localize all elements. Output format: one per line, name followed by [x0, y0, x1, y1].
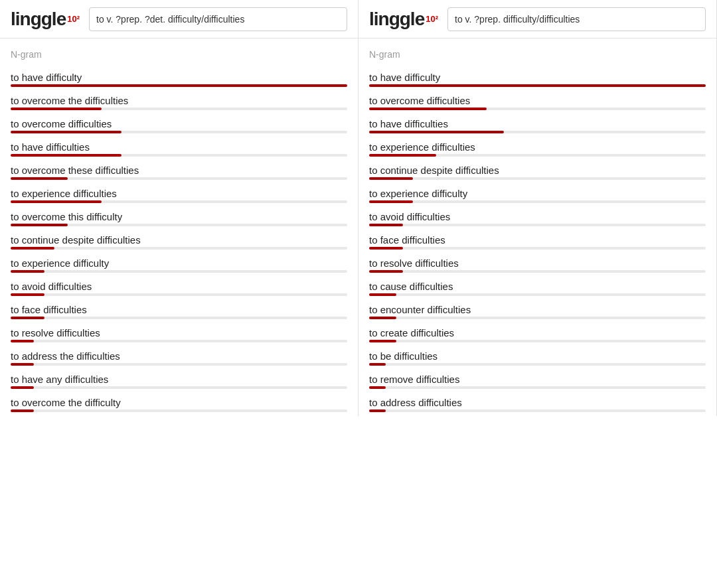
ngram-text: to have difficulty	[369, 68, 706, 84]
ngram-text: to overcome these difficulties	[11, 161, 347, 177]
list-item[interactable]: to continue despite difficulties	[369, 161, 706, 180]
bar-fill	[11, 200, 102, 203]
bar-container	[11, 108, 347, 110]
ngram-text: to overcome the difficulty	[11, 393, 347, 409]
bar-container	[369, 247, 706, 250]
bar-container	[369, 224, 706, 226]
list-item[interactable]: to experience difficulty	[11, 254, 347, 273]
list-item[interactable]: to overcome these difficulties	[11, 161, 347, 180]
bar-fill	[11, 363, 34, 366]
bar-fill	[369, 154, 436, 157]
bar-fill	[369, 293, 396, 296]
bar-fill	[11, 386, 34, 389]
left-content: N-gram to have difficulty to overcome th…	[0, 38, 358, 412]
ngram-text: to remove difficulties	[369, 370, 706, 386]
list-item[interactable]: to experience difficulty	[369, 184, 706, 203]
left-logo-super: 10²	[67, 14, 80, 24]
ngram-text: to have difficulties	[11, 137, 347, 154]
list-item[interactable]: to overcome difficulties	[11, 114, 347, 133]
left-search-input[interactable]	[89, 7, 347, 31]
list-item[interactable]: to resolve difficulties	[11, 323, 347, 342]
list-item[interactable]: to face difficulties	[369, 230, 706, 250]
bar-container	[369, 177, 706, 180]
list-item[interactable]: to have any difficulties	[11, 370, 347, 389]
bar-fill	[11, 317, 44, 319]
list-item[interactable]: to address the difficulties	[11, 346, 347, 366]
list-item[interactable]: to avoid difficulties	[369, 207, 706, 226]
right-panel: linggle10² N-gram to have difficulty to …	[358, 0, 717, 416]
bar-container	[11, 224, 347, 226]
ngram-text: to resolve difficulties	[369, 254, 706, 270]
list-item[interactable]: to avoid difficulties	[11, 277, 347, 296]
left-logo[interactable]: linggle10²	[11, 9, 80, 30]
ngram-text: to have any difficulties	[11, 370, 347, 386]
list-item[interactable]: to overcome difficulties	[369, 91, 706, 110]
ngram-text: to avoid difficulties	[11, 277, 347, 293]
ngram-text: to be difficulties	[369, 346, 706, 363]
left-ngram-list: to have difficulty to overcome the diffi…	[11, 68, 347, 412]
ngram-text: to create difficulties	[369, 323, 706, 340]
list-item[interactable]: to be difficulties	[369, 346, 706, 366]
ngram-text: to experience difficulty	[11, 254, 347, 270]
list-item[interactable]: to create difficulties	[369, 323, 706, 342]
list-item[interactable]: to have difficulties	[11, 137, 347, 157]
bar-container	[11, 247, 347, 250]
bar-fill	[11, 340, 34, 342]
right-content: N-gram to have difficulty to overcome di…	[358, 38, 716, 412]
list-item[interactable]: to overcome this difficulty	[11, 207, 347, 226]
ngram-text: to address difficulties	[369, 393, 706, 409]
list-item[interactable]: to experience difficulties	[11, 184, 347, 203]
list-item[interactable]: to have difficulty	[11, 68, 347, 87]
ngram-text: to overcome the difficulties	[11, 91, 347, 108]
list-item[interactable]: to have difficulties	[369, 114, 706, 133]
left-panel: linggle10² N-gram to have difficulty to …	[0, 0, 358, 416]
right-logo[interactable]: linggle10²	[369, 9, 438, 30]
bar-fill	[11, 247, 54, 250]
bar-container	[369, 363, 706, 366]
list-item[interactable]: to continue despite difficulties	[11, 230, 347, 250]
right-logo-text: linggle	[369, 9, 424, 30]
list-item[interactable]: to have difficulty	[369, 68, 706, 87]
bar-container	[11, 131, 347, 133]
left-logo-text: linggle	[11, 9, 66, 30]
bar-container	[11, 340, 347, 342]
left-ngram-label: N-gram	[11, 49, 347, 60]
list-item[interactable]: to cause difficulties	[369, 277, 706, 296]
ngram-text: to overcome difficulties	[11, 114, 347, 131]
right-ngram-list: to have difficulty to overcome difficult…	[369, 68, 706, 412]
bar-container	[11, 177, 347, 180]
bar-container	[369, 409, 706, 412]
ngram-text: to encounter difficulties	[369, 300, 706, 317]
bar-fill	[369, 363, 386, 366]
bar-fill	[369, 131, 504, 133]
bar-fill	[369, 247, 403, 250]
bar-fill	[11, 409, 34, 412]
list-item[interactable]: to overcome the difficulty	[11, 393, 347, 412]
ngram-text: to overcome difficulties	[369, 91, 706, 108]
bar-container	[11, 409, 347, 412]
list-item[interactable]: to remove difficulties	[369, 370, 706, 389]
list-item[interactable]: to encounter difficulties	[369, 300, 706, 319]
list-item[interactable]: to address difficulties	[369, 393, 706, 412]
bar-fill	[11, 224, 68, 226]
bar-fill	[11, 84, 347, 87]
bar-container	[369, 84, 706, 87]
bar-container	[369, 386, 706, 389]
right-search-input[interactable]	[447, 7, 706, 31]
list-item[interactable]: to experience difficulties	[369, 137, 706, 157]
bar-container	[369, 131, 706, 133]
ngram-text: to address the difficulties	[11, 346, 347, 363]
list-item[interactable]: to face difficulties	[11, 300, 347, 319]
bar-container	[11, 317, 347, 319]
list-item[interactable]: to overcome the difficulties	[11, 91, 347, 110]
ngram-text: to experience difficulties	[369, 137, 706, 154]
list-item[interactable]: to resolve difficulties	[369, 254, 706, 273]
ngram-text: to have difficulty	[11, 68, 347, 84]
bar-fill	[369, 84, 706, 87]
bar-container	[369, 270, 706, 273]
bar-fill	[369, 177, 413, 180]
bar-container	[11, 293, 347, 296]
ngram-text: to continue despite difficulties	[11, 230, 347, 247]
ngram-text: to face difficulties	[11, 300, 347, 317]
ngram-text: to face difficulties	[369, 230, 706, 247]
